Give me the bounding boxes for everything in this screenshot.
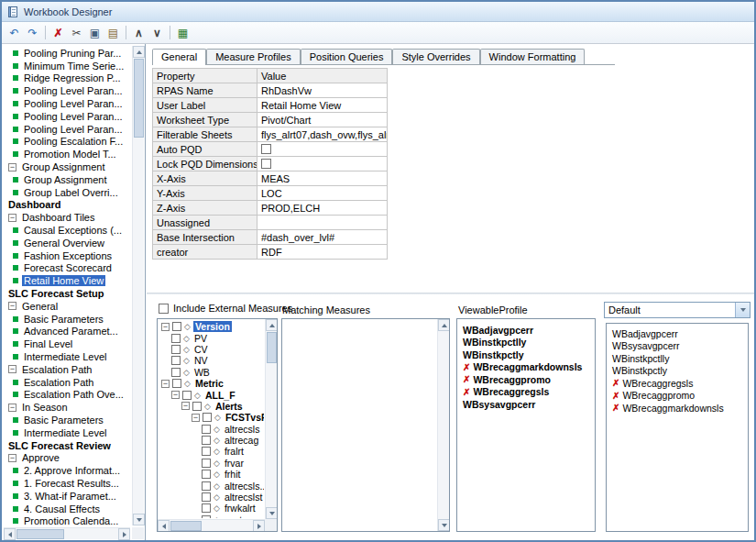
- default-item-wbinstkpctlly[interactable]: WBinstkpctlly: [607, 352, 748, 365]
- tree-item-final-level[interactable]: Final Level: [5, 337, 130, 350]
- measure-checkbox[interactable]: [202, 436, 211, 445]
- property-value[interactable]: LOC: [257, 186, 388, 201]
- measure-checkbox[interactable]: [172, 379, 181, 388]
- tree-item-group-label-overri[interactable]: Group Label Overri...: [5, 186, 130, 199]
- scroll-up-button[interactable]: [266, 319, 278, 331]
- measure-checkbox[interactable]: [171, 368, 181, 377]
- cut-button[interactable]: ✂: [68, 24, 85, 41]
- viewable-item-wbrecaggregsls[interactable]: ✗WBrecaggregsls: [457, 386, 595, 399]
- tab-style-overrides[interactable]: Style Overrides: [392, 49, 479, 64]
- measure-tree-item-fcstvsre[interactable]: −◇FCSTvsRe...: [159, 412, 264, 423]
- measure-checkbox[interactable]: [171, 356, 181, 365]
- tree-item-escalation-path[interactable]: −Escalation Path: [5, 363, 130, 376]
- viewable-item-wbinstkpctlly[interactable]: WBinstkpctlly: [457, 337, 595, 349]
- tree-item-slc-forecast-setup[interactable]: SLC Forecast Setup: [5, 287, 130, 300]
- delete-button[interactable]: ✗: [49, 24, 67, 41]
- scroll-down-button[interactable]: [266, 507, 278, 519]
- measure-tree-item-customa[interactable]: ◇customa...: [159, 514, 264, 518]
- measure-tree-item-frwkalrt[interactable]: ◇frwkalrt: [159, 503, 264, 514]
- tab-window-formatting[interactable]: Window Formatting: [480, 49, 586, 64]
- tree-item-group-assignment[interactable]: −Group Assignment: [5, 160, 130, 173]
- measure-tree-item-altrecslst[interactable]: ◇altrecslst: [159, 492, 264, 503]
- tree-item-1-forecast-results[interactable]: 1. Forecast Results...: [5, 477, 130, 490]
- measure-checkbox[interactable]: [202, 425, 211, 434]
- scroll-right-button[interactable]: [118, 528, 130, 540]
- lock-pqd-dimensions-checkbox[interactable]: [261, 159, 271, 169]
- tree-item-4-causal-effects[interactable]: 4. Causal Effects: [5, 503, 130, 515]
- default-item-wbadjavgpcerr[interactable]: WBadjavgpcerr: [607, 327, 748, 340]
- default-item-wbrecaggregsls[interactable]: ✗WBrecaggregsls: [607, 377, 748, 390]
- tree-item-dashboard[interactable]: Dashboard: [5, 199, 130, 212]
- measure-tree-item-frvar[interactable]: ◇frvar: [159, 458, 264, 469]
- tree-item-intermediate-level[interactable]: Intermediate Level: [5, 350, 130, 363]
- tree-item-pooling-pruning-par[interactable]: Pooling Pruning Par...: [5, 47, 130, 60]
- format-grid-button[interactable]: ▦: [174, 24, 192, 41]
- measure-tree-item-frhit[interactable]: ◇frhit: [159, 469, 264, 480]
- tree-expander-icon[interactable]: −: [8, 214, 16, 222]
- property-value[interactable]: [257, 216, 388, 230]
- measure-tree-item-pv[interactable]: ◇PV: [159, 332, 264, 343]
- tree-item-slc-forecast-review[interactable]: SLC Forecast Review: [5, 439, 130, 452]
- tree-item-escalation-path-ove[interactable]: Escalation Path Ove...: [5, 389, 130, 402]
- tree-item-intermediate-level[interactable]: Intermediate Level: [5, 426, 130, 439]
- measure-checkbox[interactable]: [202, 515, 211, 518]
- property-value[interactable]: PROD,ELCH: [257, 201, 388, 216]
- scroll-left-button[interactable]: [4, 528, 16, 540]
- measure-checkbox[interactable]: [202, 447, 211, 456]
- measure-tree-vscrollbar[interactable]: [265, 319, 277, 519]
- tree-expander-icon[interactable]: −: [171, 391, 180, 399]
- tree-expander-icon[interactable]: −: [8, 454, 16, 462]
- measure-tree-item-version[interactable]: −◇Version: [159, 321, 264, 332]
- measure-tree-hscrollbar[interactable]: [158, 519, 265, 531]
- viewable-item-wbadjavgpcerr[interactable]: WBadjavgpcerr: [457, 324, 595, 337]
- tab-measure-profiles[interactable]: Measure Profiles: [206, 49, 301, 64]
- tree-item-retail-home-view[interactable]: Retail Home View: [5, 274, 130, 287]
- move-up-button[interactable]: ∧: [130, 24, 148, 41]
- tree-vertical-scrollbar[interactable]: [132, 46, 144, 525]
- measure-tree-item-nv[interactable]: ◇NV: [159, 355, 264, 366]
- nav-back-button[interactable]: ↶: [5, 24, 23, 41]
- tree-item-pooling-level-paran[interactable]: Pooling Level Paran...: [5, 123, 130, 136]
- viewable-item-wbinstkpctly[interactable]: WBinstkpctly: [457, 348, 595, 361]
- property-value[interactable]: #dash_over_lvl#: [257, 230, 388, 245]
- tree-item-basic-parameters[interactable]: Basic Parameters: [5, 313, 130, 326]
- tree-item-pooling-escalation-f[interactable]: Pooling Escalation F...: [5, 136, 130, 149]
- tree-item-promotion-calenda[interactable]: Promotion Calenda...: [5, 514, 130, 526]
- tab-general[interactable]: General: [152, 49, 206, 65]
- scroll-left-button[interactable]: [158, 520, 170, 532]
- tree-item-forecast-scorecard[interactable]: Forecast Scorecard: [5, 262, 130, 275]
- measure-tree-item-alerts[interactable]: −◇Alerts: [159, 401, 264, 412]
- tree-item-in-season[interactable]: −In Season: [5, 401, 130, 414]
- tree-expander-icon[interactable]: −: [181, 402, 190, 410]
- scroll-right-button[interactable]: [253, 520, 265, 532]
- tree-item-general-overview[interactable]: General Overview: [5, 237, 130, 249]
- measure-checkbox[interactable]: [192, 402, 202, 411]
- tree-item-dashboard-tiles[interactable]: −Dashboard Tiles: [5, 211, 130, 224]
- property-value[interactable]: [257, 157, 388, 171]
- measure-vscroll-thumb[interactable]: [267, 332, 277, 363]
- measure-checkbox[interactable]: [182, 391, 192, 400]
- dropdown-button[interactable]: [735, 303, 750, 317]
- property-value[interactable]: RhDashVw: [257, 83, 388, 98]
- auto-pqd-checkbox[interactable]: [261, 144, 271, 154]
- tree-item-basic-parameters[interactable]: Basic Parameters: [5, 414, 130, 426]
- scroll-down-button[interactable]: [438, 519, 450, 531]
- tree-item-pooling-level-paran[interactable]: Pooling Level Paran...: [5, 84, 130, 97]
- measure-checkbox[interactable]: [202, 492, 211, 502]
- measure-tree-item-altrecsls[interactable]: ◇altrecsls...: [159, 480, 264, 491]
- tree-item-fashion-exceptions[interactable]: Fashion Exceptions: [5, 249, 130, 262]
- default-item-wbrecaggmarkdownsls[interactable]: ✗WBrecaggmarkdownsls: [607, 402, 748, 415]
- tree-item-causal-exceptions[interactable]: Causal Exceptions (...: [5, 224, 130, 237]
- measure-tree-item-metric[interactable]: −◇Metric: [159, 378, 264, 389]
- tree-expander-icon[interactable]: −: [8, 163, 16, 171]
- measure-tree-item-altrecsls[interactable]: ◇altrecsls: [159, 424, 264, 435]
- tree-expander-icon[interactable]: −: [161, 380, 170, 388]
- measure-tree-item-wb[interactable]: ◇WB: [159, 367, 264, 378]
- tree-item-approve[interactable]: −Approve: [5, 452, 130, 465]
- measure-tree-item-altrecag[interactable]: ◇altrecag: [159, 435, 264, 446]
- tree-item-pooling-level-paran[interactable]: Pooling Level Paran...: [5, 97, 130, 110]
- viewable-item-wbrecaggpromo[interactable]: ✗WBrecaggpromo: [457, 373, 595, 386]
- tab-position-queries[interactable]: Position Queries: [301, 49, 393, 64]
- property-value[interactable]: MEAS: [257, 171, 388, 186]
- tree-horizontal-scrollbar[interactable]: [4, 527, 130, 539]
